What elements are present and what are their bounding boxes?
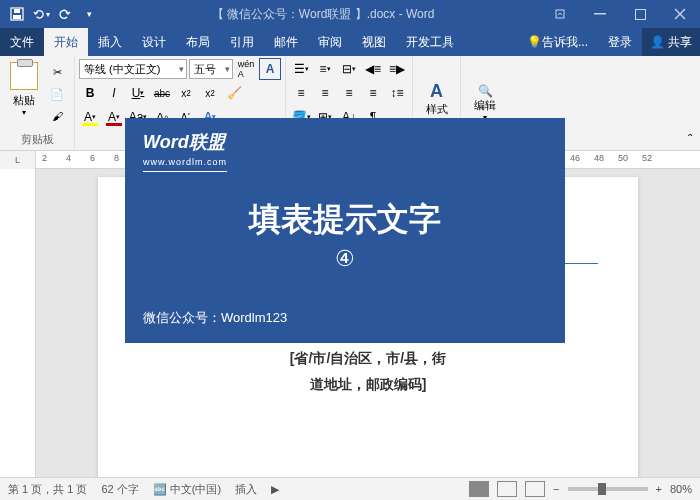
overlay-number: ④ bbox=[143, 246, 547, 272]
ribbon-tabs: 文件 开始 插入 设计 布局 引用 邮件 审阅 视图 开发工具 💡 告诉我...… bbox=[0, 28, 700, 56]
window-title: 【 微信公众号：Word联盟 】.docx - Word bbox=[106, 6, 540, 23]
qat-customize-button[interactable]: ▾ bbox=[80, 5, 98, 23]
svg-rect-4 bbox=[594, 13, 606, 15]
format-painter-button[interactable]: 🖌 bbox=[46, 106, 68, 126]
overlay-footer: 微信公众号：Wordlm123 bbox=[143, 309, 287, 327]
bold-button[interactable]: B bbox=[79, 82, 101, 104]
copy-button[interactable]: 📄 bbox=[46, 84, 68, 104]
italic-button[interactable]: I bbox=[103, 82, 125, 104]
editing-button[interactable]: 🔍 编辑 ▾ bbox=[474, 84, 496, 122]
tab-mailings[interactable]: 邮件 bbox=[264, 28, 308, 56]
tab-developer[interactable]: 开发工具 bbox=[396, 28, 464, 56]
status-words[interactable]: 62 个字 bbox=[101, 482, 138, 497]
bullets-button[interactable]: ☰▾ bbox=[290, 58, 312, 80]
paste-button[interactable]: 粘贴 ▾ bbox=[4, 58, 44, 131]
line-spacing-button[interactable]: ↕≡ bbox=[386, 82, 408, 104]
minimize-button[interactable] bbox=[580, 0, 620, 28]
tab-design[interactable]: 设计 bbox=[132, 28, 176, 56]
zoom-slider[interactable] bbox=[568, 487, 648, 491]
ribbon-options-button[interactable] bbox=[540, 0, 580, 28]
doc-addr-1[interactable]: [省/市/自治区，市/县，街 bbox=[138, 350, 598, 368]
align-right-button[interactable]: ≡ bbox=[338, 82, 360, 104]
tab-review[interactable]: 审阅 bbox=[308, 28, 352, 56]
tab-references[interactable]: 引用 bbox=[220, 28, 264, 56]
login-button[interactable]: 登录 bbox=[598, 28, 642, 56]
quick-access-toolbar: ▾ ▾ bbox=[0, 5, 106, 23]
undo-button[interactable]: ▾ bbox=[32, 5, 50, 23]
close-button[interactable] bbox=[660, 0, 700, 28]
svg-rect-5 bbox=[635, 9, 645, 19]
increase-indent-button[interactable]: ≡▶ bbox=[386, 58, 408, 80]
overlay-logo-url: www.wordlm.com bbox=[143, 157, 227, 172]
clear-formatting-button[interactable]: 🧹 bbox=[223, 82, 245, 104]
tell-me-label: 告诉我... bbox=[542, 34, 588, 51]
title-bar: ▾ ▾ 【 微信公众号：Word联盟 】.docx - Word bbox=[0, 0, 700, 28]
view-web-button[interactable] bbox=[525, 481, 545, 497]
share-label: 共享 bbox=[668, 34, 692, 51]
font-color-button[interactable]: A▾ bbox=[103, 106, 125, 128]
styles-label: 样式 bbox=[426, 102, 448, 117]
group-clipboard: 粘贴 ▾ ✂ 📄 🖌 剪贴板 bbox=[0, 56, 75, 150]
status-macro-icon[interactable]: ▶ bbox=[271, 483, 279, 496]
ruler-vertical[interactable] bbox=[0, 169, 36, 479]
font-size-select[interactable]: 五号 bbox=[189, 59, 233, 79]
redo-button[interactable] bbox=[56, 5, 74, 23]
status-page[interactable]: 第 1 页，共 1 页 bbox=[8, 482, 87, 497]
underline-button[interactable]: U▾ bbox=[127, 82, 149, 104]
font-family-select[interactable]: 等线 (中文正文) bbox=[79, 59, 187, 79]
character-border-button[interactable]: A bbox=[259, 58, 281, 80]
tab-layout[interactable]: 布局 bbox=[176, 28, 220, 56]
svg-rect-2 bbox=[14, 9, 20, 13]
editing-label: 编辑 bbox=[474, 98, 496, 113]
clipboard-group-label: 剪贴板 bbox=[4, 131, 70, 148]
save-button[interactable] bbox=[8, 5, 26, 23]
share-icon: 👤 bbox=[650, 35, 665, 49]
view-read-button[interactable] bbox=[469, 481, 489, 497]
status-insert[interactable]: 插入 bbox=[235, 482, 257, 497]
zoom-level[interactable]: 80% bbox=[670, 483, 692, 495]
tab-home[interactable]: 开始 bbox=[44, 28, 88, 56]
maximize-button[interactable] bbox=[620, 0, 660, 28]
clipboard-icon bbox=[10, 62, 38, 90]
overlay-logo: Word联盟 bbox=[143, 130, 547, 154]
view-print-button[interactable] bbox=[497, 481, 517, 497]
strikethrough-button[interactable]: abc bbox=[151, 82, 173, 104]
svg-rect-1 bbox=[13, 15, 21, 19]
decrease-indent-button[interactable]: ◀≡ bbox=[362, 58, 384, 80]
ruler-corner[interactable]: L bbox=[0, 151, 36, 169]
overlay-title: 填表提示文字 bbox=[143, 198, 547, 242]
numbering-button[interactable]: ≡▾ bbox=[314, 58, 336, 80]
phonetic-guide-button[interactable]: wénA bbox=[235, 58, 257, 80]
tab-file[interactable]: 文件 bbox=[0, 28, 44, 56]
window-controls bbox=[540, 0, 700, 28]
tell-me-button[interactable]: 💡 告诉我... bbox=[517, 28, 598, 56]
zoom-in-button[interactable]: + bbox=[656, 483, 662, 495]
share-button[interactable]: 👤共享 bbox=[642, 28, 700, 56]
paste-label: 粘贴 bbox=[13, 93, 35, 108]
subscript-button[interactable]: x2 bbox=[175, 82, 197, 104]
zoom-out-button[interactable]: − bbox=[553, 483, 559, 495]
align-center-button[interactable]: ≡ bbox=[314, 82, 336, 104]
superscript-button[interactable]: x2 bbox=[199, 82, 221, 104]
cut-button[interactable]: ✂ bbox=[46, 62, 68, 82]
collapse-ribbon-button[interactable]: ⌃ bbox=[682, 132, 698, 148]
overlay-splash: Word联盟 www.wordlm.com 填表提示文字 ④ 微信公众号：Wor… bbox=[125, 118, 565, 343]
status-lang[interactable]: 🔤 中文(中国) bbox=[153, 482, 221, 497]
search-icon: 🔍 bbox=[474, 84, 496, 98]
svg-rect-3 bbox=[556, 10, 564, 18]
doc-addr-2[interactable]: 道地址，邮政编码] bbox=[138, 376, 598, 394]
align-left-button[interactable]: ≡ bbox=[290, 82, 312, 104]
multilevel-list-button[interactable]: ⊟▾ bbox=[338, 58, 360, 80]
status-bar: 第 1 页，共 1 页 62 个字 🔤 中文(中国) 插入 ▶ − + 80% bbox=[0, 477, 700, 500]
tab-insert[interactable]: 插入 bbox=[88, 28, 132, 56]
justify-button[interactable]: ≡ bbox=[362, 82, 384, 104]
highlight-button[interactable]: A▾ bbox=[79, 106, 101, 128]
tab-view[interactable]: 视图 bbox=[352, 28, 396, 56]
